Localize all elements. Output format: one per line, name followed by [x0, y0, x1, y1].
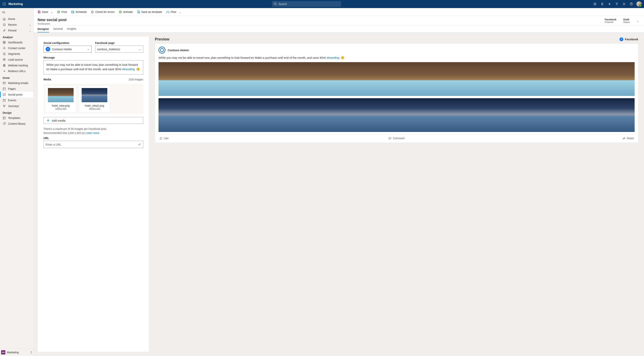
sidebar-item-journeys[interactable]: Journeys: [0, 103, 34, 109]
sidebar-item-pages[interactable]: Pages: [0, 86, 34, 92]
sidebar-item-lead-source[interactable]: Lead source: [0, 57, 34, 63]
sidebar-item-marketing-emails[interactable]: Marketing emails: [0, 80, 34, 86]
media-note: There's a maximum of 30 images per Faceb…: [44, 127, 143, 135]
svg-point-1: [4, 3, 4, 3]
sidebar-item-segments[interactable]: Segments: [0, 51, 34, 57]
svg-point-5: [5, 4, 6, 5]
svg-point-14: [624, 4, 624, 5]
svg-rect-29: [3, 93, 5, 96]
learn-more-link[interactable]: Learn more: [86, 131, 99, 134]
svg-rect-17: [3, 41, 4, 42]
svg-point-8: [5, 5, 6, 6]
sidebar-item-redirect-urls[interactable]: Redirect URLs: [0, 68, 34, 74]
collapse-nav-icon[interactable]: [2, 10, 6, 14]
media-count: 2/30 images: [128, 78, 143, 81]
sidebar-item-website-tracking[interactable]: Website tracking: [0, 63, 34, 68]
media-thumbnail: [82, 88, 107, 102]
hashtag: #traveling: [122, 68, 135, 71]
svg-rect-37: [3, 117, 5, 119]
sidebar-item-home[interactable]: Home: [0, 16, 34, 22]
record-header: New social post Social post FacebookChan…: [34, 16, 644, 25]
sidebar-item-pinned[interactable]: Pinned ⌄: [0, 28, 34, 33]
sidebar-item-contact-center[interactable]: Contact center: [0, 45, 34, 51]
emoji-icon: 🙂: [136, 68, 140, 71]
message-textarea[interactable]: While you may not be able to travel now,…: [44, 60, 143, 74]
help-icon[interactable]: [628, 0, 635, 8]
sidebar-section-grow: Grow: [0, 74, 34, 80]
media-thumbnail: [48, 88, 74, 102]
top-bar: Marketing: [0, 0, 644, 8]
sidebar-item-events[interactable]: Events: [0, 97, 34, 103]
tab-general[interactable]: General: [53, 27, 63, 32]
like-button[interactable]: Like: [158, 136, 317, 141]
lightbulb-icon[interactable]: [599, 0, 606, 8]
tab-designer[interactable]: Designer: [38, 28, 49, 33]
cmd-check-errors[interactable]: Check for errors: [89, 8, 116, 16]
app-title: Marketing: [7, 2, 23, 6]
header-status: DraftStatus: [623, 18, 630, 24]
svg-line-10: [276, 5, 276, 5]
media-item[interactable]: hotel_view.png 1800x1200: [45, 85, 76, 112]
sidebar-item-recent[interactable]: Recent ⌄: [0, 22, 34, 28]
url-input[interactable]: Enter a URL: [44, 141, 143, 148]
svg-point-23: [3, 59, 4, 60]
header-channel: FacebookChannel: [605, 18, 616, 24]
media-item[interactable]: hotel_view2.png 1800x1200: [79, 85, 110, 112]
designer-form: Social configuration f Contoso Hotels ⌄ …: [38, 36, 149, 352]
preview-channel: f Facebook: [620, 38, 638, 41]
cmd-schedule[interactable]: Schedule: [69, 8, 88, 16]
app-launcher[interactable]: [1, 1, 7, 7]
user-avatar[interactable]: [636, 1, 642, 7]
svg-point-11: [594, 3, 596, 5]
sidebar-item-label: Home: [8, 18, 15, 21]
svg-point-35: [5, 105, 5, 106]
cmd-save[interactable]: Save⌄: [36, 8, 55, 16]
cmd-activate[interactable]: Activate: [117, 8, 135, 16]
svg-point-36: [4, 107, 4, 107]
tab-insights[interactable]: Insights: [67, 27, 76, 32]
svg-point-24: [4, 59, 5, 60]
expand-header-icon[interactable]: ⌄: [637, 19, 639, 23]
sidebar-item-label: Recent: [8, 23, 16, 26]
preview-image: [158, 62, 634, 96]
search-input[interactable]: [272, 1, 341, 7]
svg-point-3: [3, 4, 4, 5]
settings-icon[interactable]: [620, 0, 628, 8]
svg-rect-18: [4, 41, 5, 42]
chevron-down-icon: ⌄: [29, 29, 31, 32]
add-media-button[interactable]: Add media: [44, 117, 143, 124]
cmd-flow[interactable]: Flow⌄: [164, 8, 183, 16]
main-area: Save⌄ Post Schedule Check for errors Act…: [34, 8, 644, 356]
sidebar-item-label: Social posts: [8, 93, 22, 96]
sidebar-item-templates[interactable]: Templates: [0, 115, 34, 121]
assistant-icon[interactable]: [592, 0, 598, 8]
add-icon[interactable]: [606, 0, 613, 8]
preview-account: Contoso Hotels: [168, 49, 189, 52]
svg-point-48: [166, 12, 167, 13]
share-button[interactable]: Share: [476, 136, 634, 141]
url-label: URL: [44, 137, 143, 140]
sidebar-item-label: Content library: [8, 122, 26, 125]
preview-text: While you may not be able to travel now,…: [158, 56, 634, 60]
social-config-select[interactable]: f Contoso Hotels ⌄: [44, 46, 92, 53]
cmd-save-template[interactable]: Save as template: [135, 8, 164, 16]
sidebar-item-dashboards[interactable]: Dashboards: [0, 40, 34, 45]
sidebar-section-analyze: Analyze: [0, 33, 34, 40]
sidebar-item-social-posts[interactable]: Social posts: [0, 92, 34, 97]
fb-page-select[interactable]: contoso_hotels/cz ⌄: [95, 46, 143, 53]
chevron-down-icon: ⌄: [179, 10, 181, 14]
cmd-post[interactable]: Post: [55, 8, 69, 16]
preview-avatar: [158, 47, 166, 54]
sidebar-section-design: Design: [0, 109, 34, 115]
svg-point-40: [4, 123, 5, 123]
sidebar-item-content-library[interactable]: Content library: [0, 121, 34, 127]
sidebar-item-label: Segments: [8, 52, 20, 56]
chevron-down-icon[interactable]: ⌄: [50, 10, 53, 14]
comment-button[interactable]: Comment: [317, 136, 476, 141]
chevron-down-icon: ⌄: [29, 23, 31, 26]
filter-icon[interactable]: [613, 0, 620, 8]
area-switcher[interactable]: AN Marketing: [0, 348, 34, 356]
svg-rect-20: [4, 43, 5, 44]
link-icon: [138, 143, 141, 146]
sidebar-item-label: Contact center: [8, 47, 26, 50]
